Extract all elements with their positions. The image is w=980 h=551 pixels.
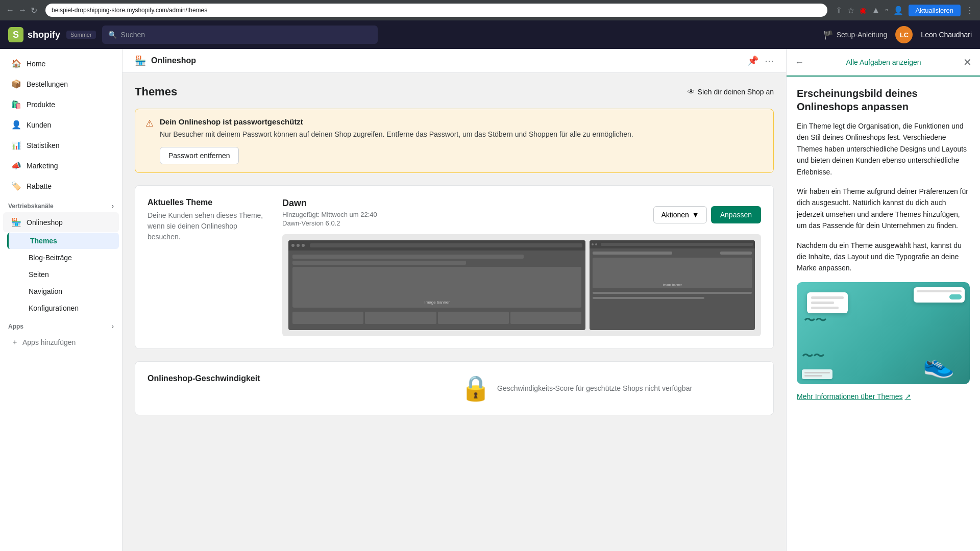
preview-shop-link[interactable]: 👁 Sieh dir deinen Shop an [688, 88, 774, 96]
more-info-link[interactable]: Mehr Informationen über Themes ↗ [797, 392, 970, 400]
mockup-mobile-topbar [590, 240, 755, 248]
navigation-label: Navigation [29, 287, 62, 295]
sidebar-item-onlineshop[interactable]: 🏪 Onlineshop [3, 212, 119, 232]
products-icon: 🛍️ [11, 99, 21, 109]
address-bar[interactable]: beispiel-dropshipping-store.myshopify.co… [45, 4, 827, 17]
theme-version: Dawn-Version 6.0.2 [282, 219, 377, 227]
sidebar-label-marketing: Marketing [27, 162, 58, 170]
sidebar-item-analytics[interactable]: 📊 Statistiken [3, 135, 119, 155]
update-button[interactable]: Aktualisieren [909, 5, 961, 16]
summer-badge: Sommer [66, 31, 96, 39]
lock-icon: 🔒 [460, 374, 491, 403]
current-theme-section: Aktuelles Theme Deine Kunden sehen diese… [135, 185, 774, 349]
sidebar-item-products[interactable]: 🛍️ Produkte [3, 94, 119, 114]
remove-password-button[interactable]: Passwort entfernen [160, 147, 239, 164]
sidebar-item-customers[interactable]: 👤 Kunden [3, 115, 119, 135]
profile-icon[interactable]: 👤 [893, 6, 903, 15]
top-nav-right: 🏴 Setup-Anleitung LC Leon Chaudhari [823, 26, 972, 43]
shopify-logo: S shopify [8, 27, 60, 42]
home-icon: 🏠 [11, 59, 21, 68]
panel-para2: Wir haben ein Theme aufgrund deiner Präf… [797, 186, 970, 232]
theme-added: Hinzugefügt: Mittwoch um 22:40 [282, 211, 377, 218]
mockup-topbar [288, 240, 585, 251]
ill-squiggle-bottom: 〜〜 [802, 348, 824, 364]
blog-label: Blog-Beiträge [29, 254, 72, 262]
theme-info: Aktuelles Theme Deine Kunden sehen diese… [148, 198, 270, 253]
mockup-mobile-dot [592, 243, 594, 245]
right-panel: ← Alle Aufgaben anzeigen ✕ Erscheinungsb… [786, 49, 980, 551]
mobile-banner-text: Image banner [663, 283, 682, 286]
refresh-button[interactable]: ↻ [31, 6, 37, 15]
apps-section: Apps › [0, 317, 122, 332]
customize-button[interactable]: Anpassen [711, 206, 761, 223]
sidebar-item-marketing[interactable]: 📣 Marketing [3, 156, 119, 176]
sidebar-subitem-blog[interactable]: Blog-Beiträge [7, 249, 119, 266]
flag-icon: 🏴 [823, 30, 834, 40]
speed-section: Onlineshop-Geschwindigkeit 🔒 Geschwindig… [135, 361, 774, 415]
sidebar-label-onlineshop: Onlineshop [27, 218, 63, 227]
search-bar[interactable]: 🔍 Suchen [102, 26, 378, 44]
sidebar-label-customers: Kunden [27, 121, 51, 129]
app-shell: S shopify Sommer 🔍 Suchen 🏴 Setup-Anleit… [0, 20, 980, 551]
preview-link-label: Sieh dir deinen Shop an [698, 88, 774, 96]
sales-channels-section: Vertriebskanäle › [0, 196, 122, 212]
mockup-dot [297, 244, 300, 247]
expand-icon[interactable]: › [112, 203, 114, 210]
add-icon: ＋ [11, 338, 18, 347]
sidebar-sub-menu: Themes Blog-Beiträge Seiten Navigation K… [0, 233, 122, 316]
menu-icon[interactable]: ⋮ [966, 6, 974, 15]
mockup-dot [302, 244, 305, 247]
sidebar-label-analytics: Statistiken [27, 141, 60, 149]
panel-header: ← Alle Aufgaben anzeigen ✕ [787, 49, 980, 77]
ill-card-lines [807, 292, 848, 313]
user-initials: LC [900, 31, 909, 39]
mockup-dot [291, 244, 295, 247]
page-header-actions: 📌 ⋯ [747, 55, 774, 66]
panel-close-button[interactable]: ✕ [963, 56, 972, 68]
search-placeholder: Suchen [121, 31, 145, 39]
ill-card-small [802, 369, 832, 379]
browser-actions: ⇧ ☆ ◉ ▲ ▫ 👤 Aktualisieren ⋮ [836, 5, 974, 16]
analytics-icon: 📊 [11, 140, 21, 150]
logo-text: shopify [28, 30, 60, 40]
sidebar-item-discounts[interactable]: 🏷️ Rabatte [3, 176, 119, 196]
sidebar-subitem-navigation[interactable]: Navigation [7, 283, 119, 299]
content-header: Themes 👁 Sieh dir deinen Shop an [135, 85, 774, 98]
sidebar-item-orders[interactable]: 📦 Bestellungen [3, 74, 119, 94]
add-apps-button[interactable]: ＋ Apps hinzufügen [3, 333, 119, 352]
speed-title: Onlineshop-Geschwindigkeit [148, 374, 448, 383]
warning-content: Dein Onlineshop ist passwortgeschützt Nu… [160, 117, 763, 164]
forward-button[interactable]: → [18, 6, 27, 15]
bookmark-icon[interactable]: ☆ [847, 6, 854, 15]
theme-section-title: Aktuelles Theme [148, 198, 270, 207]
warning-text: Nur Besucher mit deinem Passwort können … [160, 129, 763, 140]
speed-preview: 🔒 Geschwindigkeits-Score für geschützte … [460, 374, 761, 403]
actions-button[interactable]: Aktionen ▼ [653, 206, 706, 223]
marketing-icon: 📣 [11, 161, 21, 170]
apps-expand-icon[interactable]: › [112, 323, 114, 330]
page-header-left: 🏪 Onlineshop [135, 55, 196, 66]
mockup-mobile-content: Image banner [590, 248, 755, 302]
extensions-icon[interactable]: ▲ [872, 6, 880, 15]
themes-label: Themes [30, 237, 57, 245]
panel-content: Erscheinungsbild deines Onlineshops anpa… [787, 77, 980, 411]
sidebar-item-home[interactable]: 🏠 Home [3, 54, 119, 73]
panel-heading: Erscheinungsbild deines Onlineshops anpa… [797, 87, 970, 113]
pin-button[interactable]: 📌 [747, 55, 758, 66]
panel-para3: Nachdem du ein Theme ausgewählt hast, ka… [797, 240, 970, 274]
eye-icon: 👁 [688, 88, 695, 96]
setup-link[interactable]: 🏴 Setup-Anleitung [823, 30, 888, 40]
sidebar-subitem-preferences[interactable]: Konfigurationen [7, 300, 119, 316]
back-button[interactable]: ← [6, 6, 14, 15]
sidebar-label-products: Produkte [27, 101, 55, 109]
sidebar-subitem-themes[interactable]: Themes [7, 233, 119, 249]
warning-banner: ⚠ Dein Onlineshop ist passwortgeschützt … [135, 109, 774, 173]
share-icon[interactable]: ⇧ [836, 6, 842, 15]
more-options-button[interactable]: ⋯ [765, 55, 774, 66]
content-area: 🏪 Onlineshop 📌 ⋯ Themes 👁 Sieh dir deine… [122, 49, 786, 551]
sidebar-subitem-pages[interactable]: Seiten [7, 266, 119, 283]
window-icon[interactable]: ▫ [885, 6, 888, 15]
theme-section-desc: Deine Kunden sehen dieses Theme, wenn si… [148, 210, 270, 242]
panel-back-button[interactable]: ← [795, 57, 804, 68]
user-avatar: LC [895, 26, 913, 43]
